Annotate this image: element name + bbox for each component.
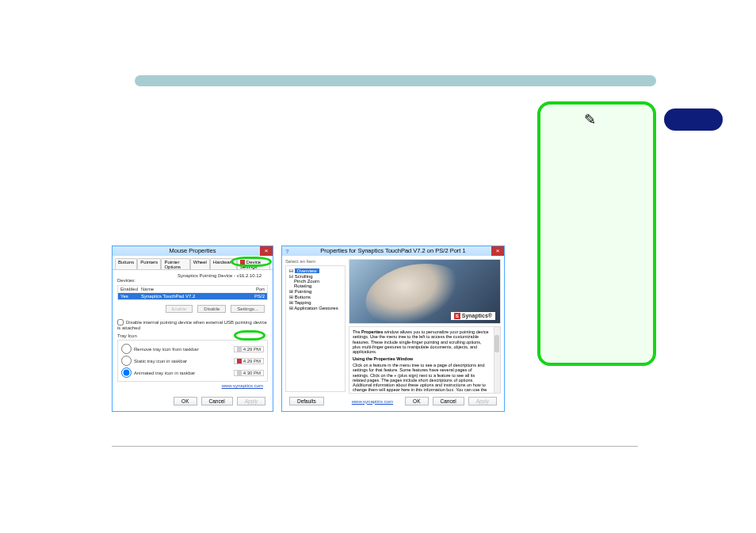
settings-button[interactable]: Settings...	[231, 305, 265, 313]
blue-pill-button[interactable]	[664, 109, 723, 131]
description-box: The Properties The Properties window all…	[349, 326, 501, 394]
devices-header: Enabled Name Port	[118, 286, 267, 293]
red-tray-icon	[237, 359, 242, 364]
radio-animated[interactable]	[121, 367, 132, 378]
tree-buttons[interactable]: ⊞ Buttons	[288, 294, 343, 299]
mouse-properties-dialog: Mouse Properties × Buttons Pointers Poin…	[112, 246, 273, 412]
tab-wheel[interactable]: Wheel	[190, 258, 210, 269]
top-decorative-bar	[135, 75, 656, 86]
radio-remove[interactable]	[121, 344, 132, 354]
dialog-body: Select an Item ⊟ Overview ⊟ Scrolling Pi…	[282, 256, 504, 397]
radio-remove-label: Remove tray icon from taskbar	[134, 347, 199, 352]
tree-overview[interactable]: ⊟ Overview	[288, 268, 343, 273]
time-animated: 4:30 PM	[234, 370, 264, 376]
cancel-button[interactable]: Cancel	[433, 397, 464, 405]
tab-pointers[interactable]: Pointers	[137, 258, 161, 269]
tray-row-static: Static tray icon in taskbar 4:29 PM	[121, 355, 264, 367]
dialog-button-row: Defaults www.synaptics.com OK Cancel App…	[284, 394, 502, 409]
preview-column: SSynaptics® The Properties The Propertie…	[349, 259, 501, 394]
dev-enabled: Yes	[120, 294, 141, 299]
pencil-icon: ✎	[584, 111, 596, 128]
tab-pointer-options[interactable]: Pointer Options	[161, 258, 189, 269]
tree-wrap: Select an Item ⊟ Overview ⊟ Scrolling Pi…	[285, 259, 346, 394]
device-row-selected[interactable]: Yes Synaptics TouchPad V7.2 PS/2	[118, 293, 267, 299]
scrollbar-thumb[interactable]	[494, 335, 499, 352]
apply-button: Apply	[468, 397, 497, 405]
close-icon[interactable]: ×	[491, 246, 504, 256]
tree-appgest[interactable]: ⊞ Application Gestures	[288, 305, 343, 310]
disable-external-label: Disable internal pointing device when ex…	[117, 320, 267, 330]
col-enabled: Enabled	[120, 287, 141, 291]
synaptics-logo: SSynaptics®	[451, 312, 495, 320]
synaptics-properties-dialog: ? Properties for Synaptics TouchPad V7.2…	[281, 246, 505, 412]
ok-button[interactable]: OK	[174, 397, 197, 405]
apply-button: Apply	[237, 397, 265, 405]
ok-button[interactable]: OK	[405, 397, 428, 405]
close-icon[interactable]: ×	[260, 246, 273, 256]
dialog-title: Mouse Properties	[170, 247, 216, 254]
dialog-button-row: OK Cancel Apply	[115, 394, 270, 409]
disable-external-checkbox[interactable]	[117, 319, 124, 326]
tree-scrolling[interactable]: ⊟ Scrolling	[288, 273, 343, 279]
synaptics-link[interactable]: www.synaptics.com	[222, 383, 263, 388]
dialog-content: Synaptics Pointing Device - v16.2.10.12 …	[113, 270, 273, 393]
col-port: Port	[256, 287, 265, 291]
synaptics-link[interactable]: www.synaptics.com	[352, 399, 393, 404]
dev-port: PS/2	[254, 294, 265, 299]
cancel-button[interactable]: Cancel	[201, 397, 233, 405]
titlebar: ? Properties for Synaptics TouchPad V7.2…	[282, 246, 504, 256]
tray-row-animated: Animated tray icon in taskbar 4:30 PM	[121, 367, 264, 379]
tray-icon-box: Remove tray icon from taskbar 4:29 PM St…	[117, 340, 268, 382]
time-remove: 4:29 PM	[234, 346, 264, 352]
help-icon[interactable]: ?	[285, 247, 288, 257]
footer-rule	[112, 446, 638, 447]
defaults-button[interactable]: Defaults	[289, 397, 324, 405]
radio-static[interactable]	[121, 356, 132, 366]
tab-buttons[interactable]: Buttons	[115, 258, 137, 269]
desc-intro: The Properties The Properties window all…	[353, 329, 497, 355]
enable-button: Enable	[166, 305, 193, 313]
devices-label: Devices:	[117, 278, 268, 283]
clock-icon	[237, 347, 242, 352]
dev-name: Synaptics TouchPad V7.2	[141, 294, 254, 299]
preview-image: SSynaptics®	[349, 259, 501, 324]
desc-body: Click on a feature in the menu tree to s…	[353, 363, 497, 394]
titlebar: Mouse Properties ×	[113, 246, 273, 256]
tray-icon-label: Tray Icon	[117, 333, 268, 338]
time-static: 4:29 PM	[234, 358, 264, 364]
col-name: Name	[141, 287, 256, 291]
link-row: www.synaptics.com	[117, 382, 268, 390]
tab-row: Buttons Pointers Pointer Options Wheel H…	[113, 256, 273, 270]
radio-static-label: Static tray icon in taskbar	[134, 359, 187, 364]
desc-header: Using the Properties Window	[353, 356, 497, 361]
disable-external-checkbox-row[interactable]: Disable internal pointing device when ex…	[117, 318, 268, 332]
select-item-label: Select an Item	[285, 259, 346, 265]
tab-hardware[interactable]: Hardware	[210, 258, 237, 269]
disable-button[interactable]: Disable	[197, 305, 226, 313]
radio-animated-label: Animated tray icon in taskbar	[134, 371, 195, 375]
dialog-title: Properties for Synaptics TouchPad V7.2 o…	[320, 247, 465, 254]
tab-device-settings[interactable]: Device Settings	[237, 258, 270, 269]
clock-icon	[237, 371, 242, 375]
tree-tapping[interactable]: ⊞ Tapping	[288, 299, 343, 305]
tree-pane[interactable]: ⊟ Overview ⊟ Scrolling Pinch Zoom Rotati…	[285, 265, 346, 392]
tray-row-remove: Remove tray icon from taskbar 4:29 PM	[121, 343, 264, 355]
tree-pointing[interactable]: ⊞ Pointing	[288, 288, 343, 294]
sidebar-highlight-box: ✎	[537, 101, 656, 366]
devices-list[interactable]: Enabled Name Port Yes Synaptics TouchPad…	[117, 285, 268, 300]
